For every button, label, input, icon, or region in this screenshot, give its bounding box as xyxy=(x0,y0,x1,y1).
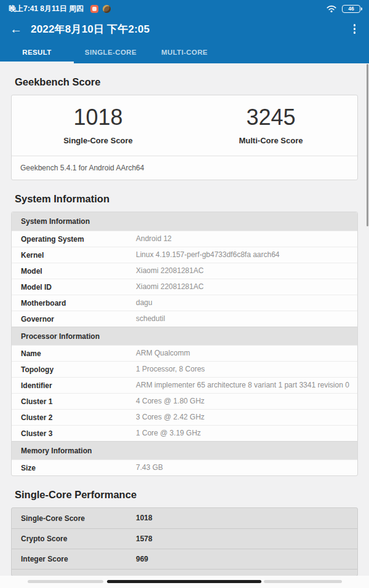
system-info-table: System InformationOperating SystemAndroi… xyxy=(11,212,358,476)
score-card: 1018 Single-Core Score 3245 Multi-Core S… xyxy=(11,95,358,180)
row-value: ARM implementer 65 architecture 8 varian… xyxy=(136,381,351,389)
row-label: Crypto Score xyxy=(21,534,136,543)
table-row: Model IDXiaomi 22081281AC xyxy=(12,279,357,295)
table-row: Single-Core Score1018 xyxy=(12,508,357,528)
row-label: Cluster 1 xyxy=(21,397,136,406)
table-row: KernelLinux 4.19.157-perf-gb4733df6c8fa … xyxy=(12,247,357,263)
tab-single-core[interactable]: SINGLE-CORE xyxy=(74,41,148,63)
row-label: Size xyxy=(21,464,136,472)
clock-date-text: 晚上7:41 8月11日 周四 xyxy=(9,4,84,14)
table-row: Integer Score969 xyxy=(12,549,357,569)
tab-multi-core[interactable]: MULTI-CORE xyxy=(148,41,221,63)
bottom-gesture-bar xyxy=(0,576,369,588)
table-section-header-label: Processor Information xyxy=(21,332,136,341)
row-label: Kernel xyxy=(21,251,136,260)
row-value: Xiaomi 22081281AC xyxy=(136,266,351,275)
score-summary-row: 1018 Single-Core Score 3245 Multi-Core S… xyxy=(12,95,357,156)
table-row: ModelXiaomi 22081281AC xyxy=(12,263,357,279)
status-bar-right: 46 xyxy=(326,4,360,13)
table-section-header-label: System Information xyxy=(21,217,136,226)
table-row: Crypto Score1578 xyxy=(12,528,357,549)
row-label: Governor xyxy=(21,315,136,324)
geekbench-score-heading: Geekbench Score xyxy=(15,76,354,88)
row-value: 1 Core @ 3.19 GHz xyxy=(136,429,351,437)
row-label: Operating System xyxy=(21,235,136,244)
app-bar: ← 2022年8月10日 下午2:05 xyxy=(0,17,369,41)
page-title: 2022年8月10日 下午2:05 xyxy=(31,22,149,36)
multi-core-score-value: 3245 xyxy=(184,105,357,130)
row-value: 3 Cores @ 2.42 GHz xyxy=(136,413,351,421)
tab-result[interactable]: RESULT xyxy=(0,41,74,63)
table-section-header-label: Memory Information xyxy=(21,447,136,455)
row-value: 1 Processor, 8 Cores xyxy=(136,365,351,373)
multi-core-score-label: Multi-Core Score xyxy=(184,136,357,145)
system-information-heading: System Information xyxy=(15,193,354,205)
battery-level-text: 46 xyxy=(348,6,354,12)
row-label: Motherboard xyxy=(21,299,136,308)
multi-core-score-block: 3245 Multi-Core Score xyxy=(184,105,357,145)
status-bar-left: 晚上7:41 8月11日 周四 xyxy=(9,4,111,14)
single-core-performance-heading: Single-Core Performance xyxy=(15,489,354,501)
row-value: 4 Cores @ 1.80 GHz xyxy=(136,397,351,405)
table-row: Governorschedutil xyxy=(12,311,357,327)
row-label: Model xyxy=(21,267,136,276)
table-row: IdentifierARM implementer 65 architectur… xyxy=(12,377,357,393)
row-value: Linux 4.19.157-perf-gb4733df6c8fa aarch6… xyxy=(136,250,351,259)
row-label: Integer Score xyxy=(21,555,136,563)
tab-bar: RESULT SINGLE-CORE MULTI-CORE xyxy=(0,41,369,63)
single-core-score-block: 1018 Single-Core Score xyxy=(12,105,184,145)
table-section-header: System Information xyxy=(12,212,357,231)
row-value: 1578 xyxy=(136,534,351,543)
table-row: Cluster 14 Cores @ 1.80 GHz xyxy=(12,393,357,409)
wifi-icon xyxy=(326,4,337,13)
back-arrow-icon[interactable]: ← xyxy=(10,23,26,35)
row-label: Identifier xyxy=(21,381,136,390)
row-label: Name xyxy=(21,349,136,358)
scrollbar-thumb[interactable] xyxy=(367,64,369,226)
results-content: Geekbench Score 1018 Single-Core Score 3… xyxy=(0,76,369,576)
geekbench-version-text: Geekbench 5.4.1 for Android AArch64 xyxy=(12,156,357,180)
gesture-hint-left xyxy=(28,580,103,583)
table-section-header: Memory Information xyxy=(12,441,357,459)
table-row: Motherboarddagu xyxy=(12,295,357,311)
row-label: Cluster 2 xyxy=(21,413,136,422)
notification-avatar-icon xyxy=(103,5,111,13)
row-value: 969 xyxy=(136,555,351,563)
notification-app-icon xyxy=(90,5,98,13)
table-row: Topology1 Processor, 8 Cores xyxy=(12,361,357,377)
row-label: Cluster 3 xyxy=(21,429,136,438)
table-row: Cluster 23 Cores @ 2.42 GHz xyxy=(12,409,357,425)
table-section-header: Processor Information xyxy=(12,327,357,345)
overflow-menu-icon[interactable] xyxy=(350,22,360,36)
row-value: schedutil xyxy=(136,314,351,323)
table-row: Cluster 31 Core @ 3.19 GHz xyxy=(12,425,357,441)
row-value: Xiaomi 22081281AC xyxy=(136,282,351,291)
row-label: Model ID xyxy=(21,283,136,292)
active-tab-indicator xyxy=(0,62,74,63)
row-label: Topology xyxy=(21,365,136,374)
row-label: Single-Core Score xyxy=(21,514,136,523)
battery-icon: 46 xyxy=(342,5,360,13)
single-core-score-value: 1018 xyxy=(12,105,184,130)
row-value: Android 12 xyxy=(136,234,351,243)
status-bar: 晚上7:41 8月11日 周四 46 xyxy=(0,0,369,17)
geekbench-result-screen: 晚上7:41 8月11日 周四 46 ← 2022年8月10日 下午2:05 R… xyxy=(0,0,369,588)
single-core-score-label: Single-Core Score xyxy=(12,136,184,145)
home-indicator[interactable] xyxy=(107,580,261,583)
table-row: Operating SystemAndroid 12 xyxy=(12,231,357,247)
table-row: NameARM Qualcomm xyxy=(12,345,357,361)
table-row: Size7.43 GB xyxy=(12,459,357,475)
row-value: 1018 xyxy=(136,514,351,522)
row-value: 7.43 GB xyxy=(136,463,351,472)
row-value: ARM Qualcomm xyxy=(136,349,351,357)
gesture-hint-right xyxy=(264,580,342,583)
row-value: dagu xyxy=(136,298,351,307)
single-core-performance-table: Single-Core Score1018Crypto Score1578Int… xyxy=(11,507,358,576)
